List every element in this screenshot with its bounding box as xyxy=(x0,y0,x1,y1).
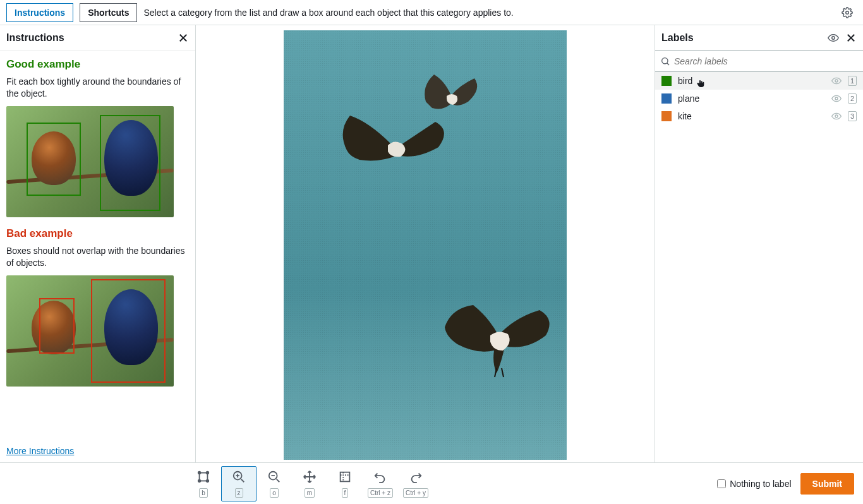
color-swatch xyxy=(661,93,672,104)
nothing-to-label-text: Nothing to label xyxy=(730,479,791,489)
svg-point-10 xyxy=(207,479,209,482)
eye-icon[interactable] xyxy=(828,32,839,44)
box-tool[interactable]: b xyxy=(186,466,221,501)
close-icon[interactable] xyxy=(845,32,857,44)
label-search-input[interactable] xyxy=(674,56,858,66)
submit-button[interactable]: Submit xyxy=(800,473,854,495)
gear-icon[interactable] xyxy=(842,7,853,18)
fit-tool[interactable]: f xyxy=(327,466,363,501)
label-name: plane xyxy=(678,93,825,104)
svg-point-2 xyxy=(662,58,668,64)
move-icon xyxy=(303,470,317,486)
label-search[interactable] xyxy=(655,51,863,72)
label-item-bird[interactable]: bird1 xyxy=(655,72,863,90)
label-name: kite xyxy=(678,111,825,121)
shortcut-key: Ctrl + z xyxy=(368,488,393,498)
instructions-tab[interactable]: Instructions xyxy=(6,3,73,22)
good-example-text: Fit each box tightly around the boundari… xyxy=(6,76,189,100)
labels-panel-title: Labels xyxy=(661,32,821,44)
labels-panel: Labels bird1plane2kite3 xyxy=(655,25,863,462)
zoom-out-tool[interactable]: o xyxy=(256,466,292,501)
svg-point-8 xyxy=(207,471,209,474)
color-swatch xyxy=(661,76,672,86)
main-area: Instructions Good example Fit each box t… xyxy=(0,25,863,462)
more-instructions-link[interactable]: More Instructions xyxy=(0,440,195,462)
cursor-icon xyxy=(696,78,706,88)
annotation-canvas[interactable] xyxy=(196,25,655,462)
shortcuts-tab[interactable]: Shortcuts xyxy=(80,3,137,22)
svg-point-5 xyxy=(835,115,838,117)
instructions-panel-title: Instructions xyxy=(6,32,64,44)
eye-icon[interactable] xyxy=(831,76,842,86)
shortcut-key: Ctrl + y xyxy=(403,488,428,498)
good-example-image xyxy=(6,106,174,217)
zoom-in-tool[interactable]: z xyxy=(221,466,256,501)
svg-point-4 xyxy=(835,97,838,100)
eye-icon[interactable] xyxy=(831,93,842,104)
nothing-to-label-checkbox[interactable] xyxy=(717,479,726,488)
nothing-to-label[interactable]: Nothing to label xyxy=(717,479,791,489)
bad-example-text: Boxes should not overlap with the bounda… xyxy=(6,245,189,269)
bad-example-image xyxy=(6,275,174,387)
svg-point-9 xyxy=(198,479,201,482)
bottom-toolbar: bzomfCtrl + zCtrl + y Nothing to label S… xyxy=(0,462,863,504)
search-icon xyxy=(660,56,670,66)
task-image[interactable] xyxy=(284,30,567,460)
fit-icon xyxy=(338,470,352,486)
bird-in-image xyxy=(416,67,486,124)
label-item-plane[interactable]: plane2 xyxy=(655,90,863,107)
shortcut-key: o xyxy=(270,488,279,498)
svg-point-1 xyxy=(832,36,835,39)
task-prompt: Select a category from the list and draw… xyxy=(143,8,835,18)
redo-tool[interactable]: Ctrl + y xyxy=(398,466,433,501)
shortcut-key: z xyxy=(235,488,243,498)
label-item-kite[interactable]: kite3 xyxy=(655,107,863,125)
shortcut-key: 2 xyxy=(848,93,857,104)
top-bar: Instructions Shortcuts Select a category… xyxy=(0,0,863,25)
shortcut-key: f xyxy=(342,488,349,498)
eye-icon[interactable] xyxy=(831,111,842,121)
bird-in-image xyxy=(438,292,558,381)
shortcut-key: 1 xyxy=(848,76,857,86)
move-tool[interactable]: m xyxy=(292,466,327,501)
svg-point-3 xyxy=(835,80,838,82)
box-icon xyxy=(196,470,210,486)
shortcut-key: m xyxy=(305,488,315,498)
svg-rect-13 xyxy=(341,472,350,481)
labels-list: bird1plane2kite3 xyxy=(655,72,863,125)
close-icon[interactable] xyxy=(178,32,189,44)
bad-example-heading: Bad example xyxy=(6,227,189,240)
zoom-in-icon xyxy=(232,470,246,486)
undo-tool[interactable]: Ctrl + z xyxy=(363,466,398,501)
zoom-out-icon xyxy=(267,470,281,486)
redo-icon xyxy=(409,470,423,486)
color-swatch xyxy=(661,111,672,121)
svg-point-0 xyxy=(846,11,849,14)
shortcut-key: b xyxy=(199,488,208,498)
shortcut-key: 3 xyxy=(848,111,857,121)
instructions-panel: Instructions Good example Fit each box t… xyxy=(0,25,196,462)
good-example-heading: Good example xyxy=(6,58,189,71)
undo-icon xyxy=(373,470,387,486)
tool-group: bzomfCtrl + zCtrl + y xyxy=(186,466,433,501)
svg-point-7 xyxy=(198,471,201,474)
